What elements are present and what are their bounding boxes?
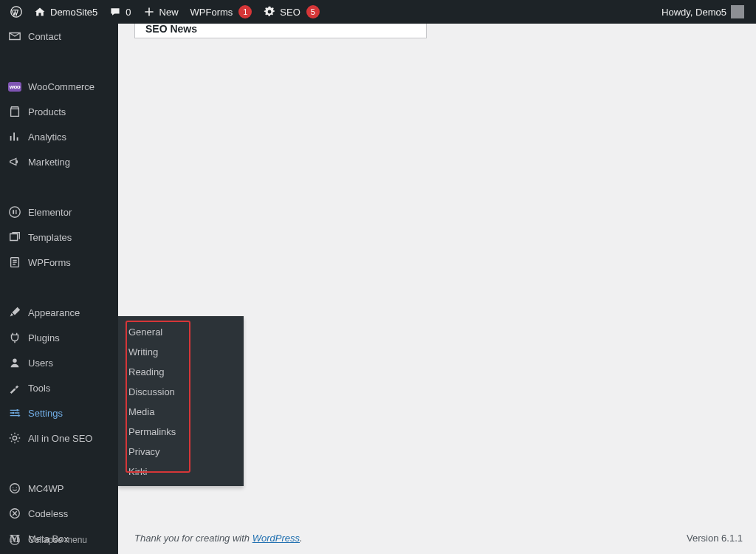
sidebar-separator: [0, 451, 118, 476]
sidebar-item-label: MC4WP: [28, 483, 63, 494]
elementor-icon: [7, 205, 22, 219]
seo-link[interactable]: SEO 5: [258, 0, 325, 24]
svg-point-8: [10, 484, 20, 493]
sidebar-item-mc4wp[interactable]: MC4WP: [0, 476, 118, 501]
sidebar-separator: [0, 174, 118, 199]
svg-point-10: [10, 536, 20, 545]
submenu-item-discussion[interactable]: Discussion: [118, 382, 244, 402]
submenu-item-media[interactable]: Media: [118, 402, 244, 422]
sidebar-item-label: Templates: [28, 232, 72, 243]
submenu-label: Discussion: [128, 386, 175, 397]
new-content-link[interactable]: New: [137, 0, 185, 24]
svg-point-1: [10, 207, 20, 217]
submenu-label: Reading: [128, 366, 164, 377]
form-icon: [7, 256, 22, 269]
settings-submenu: General Writing Reading Discussion Media…: [118, 316, 244, 486]
metabox-down-icon[interactable]: ˅: [396, 24, 403, 35]
codeless-icon: [7, 507, 22, 520]
svg-point-4: [16, 409, 18, 411]
submenu-item-general[interactable]: General: [118, 322, 244, 342]
submenu-label: Writing: [128, 346, 158, 358]
sidebar-item-label: Appearance: [28, 307, 80, 318]
sidebar-item-users[interactable]: Users: [0, 350, 118, 375]
user-icon: [7, 356, 22, 369]
new-label: New: [159, 7, 179, 18]
wrench-icon: [7, 381, 22, 394]
submenu-label: Privacy: [128, 446, 160, 457]
chart-icon: [7, 130, 22, 143]
sidebar-item-marketing[interactable]: Marketing: [0, 149, 118, 174]
submenu-label: General: [128, 326, 162, 338]
collapse-icon: [7, 533, 22, 547]
comments-link[interactable]: 0: [103, 0, 137, 24]
admin-toolbar: DemoSite5 0 New WPForms 1 SEO 5 Howdy: [0, 0, 756, 24]
sidebar-item-label: All in One SEO: [28, 433, 92, 444]
site-name-label: DemoSite5: [50, 7, 97, 18]
sidebar-item-woocommerce[interactable]: woo WooCommerce: [0, 74, 118, 99]
templates-icon: [7, 230, 22, 244]
sidebar-item-plugins[interactable]: Plugins: [0, 325, 118, 350]
svg-point-3: [13, 359, 16, 363]
sidebar-item-label: Analytics: [28, 131, 66, 143]
sidebar-item-analytics[interactable]: Analytics: [0, 124, 118, 149]
wp-logo[interactable]: [4, 0, 28, 24]
sidebar-item-label: Contact: [28, 31, 61, 42]
submenu-label: Media: [128, 406, 154, 417]
metabox-up-icon[interactable]: ˄: [381, 24, 388, 35]
sidebar-separator: [0, 275, 118, 300]
collapse-label: Collapse menu: [28, 535, 87, 545]
sidebar-item-settings[interactable]: Settings: [0, 400, 118, 425]
sidebar-item-label: Codeless: [28, 508, 68, 519]
comment-icon: [109, 6, 121, 18]
submenu-item-privacy[interactable]: Privacy: [118, 442, 244, 462]
sidebar-item-wpforms[interactable]: WPForms: [0, 250, 118, 275]
sidebar-item-label: Tools: [28, 383, 50, 394]
sidebar-item-templates[interactable]: Templates: [0, 225, 118, 250]
wpforms-link[interactable]: WPForms 1: [185, 0, 258, 24]
submenu-item-reading[interactable]: Reading: [118, 362, 244, 382]
sidebar-item-elementor[interactable]: Elementor: [0, 199, 118, 225]
collapse-menu-button[interactable]: Collapse menu: [0, 526, 118, 554]
metabox-toggle-icon[interactable]: ˅: [412, 24, 419, 35]
footer-thankyou: Thank you for creating with WordPress.: [134, 533, 303, 544]
seo-badge: 5: [306, 5, 320, 18]
footer-wordpress-link[interactable]: WordPress: [252, 533, 300, 544]
submenu-label: Permalinks: [128, 426, 176, 437]
sidebar-item-contact[interactable]: Contact: [0, 24, 118, 49]
brush-icon: [7, 306, 22, 319]
sidebar-item-aioseo[interactable]: All in One SEO: [0, 425, 118, 451]
sidebar-item-label: Users: [28, 358, 53, 369]
woocommerce-icon: woo: [7, 82, 22, 92]
mail-icon: [7, 30, 22, 43]
home-icon: [34, 6, 46, 18]
sidebar-item-codeless[interactable]: Codeless: [0, 501, 118, 526]
sidebar-item-label: Plugins: [28, 332, 60, 343]
howdy-label: Howdy, Demo5: [662, 7, 726, 18]
megaphone-icon: [7, 155, 22, 168]
submenu-item-permalinks[interactable]: Permalinks: [118, 422, 244, 442]
footer-thankyou-post: .: [300, 533, 303, 544]
wpforms-label: WPForms: [190, 7, 233, 18]
sidebar-item-appearance[interactable]: Appearance: [0, 300, 118, 325]
svg-point-6: [18, 414, 20, 417]
submenu-label: Kirki: [128, 466, 147, 477]
sidebar-item-label: WooCommerce: [28, 81, 94, 92]
metabox-title: SEO News: [145, 24, 197, 35]
avatar: [731, 5, 744, 18]
wordpress-icon: [10, 6, 22, 18]
sidebar-item-tools[interactable]: Tools: [0, 375, 118, 400]
site-name-link[interactable]: DemoSite5: [28, 0, 103, 24]
admin-sidebar: Contact woo WooCommerce Products Analyti…: [0, 24, 118, 554]
sliders-icon: [7, 406, 22, 420]
my-account-link[interactable]: Howdy, Demo5: [656, 0, 750, 24]
footer-thankyou-pre: Thank you for creating with: [134, 533, 252, 544]
sidebar-item-products[interactable]: Products: [0, 99, 118, 124]
submenu-item-writing[interactable]: Writing: [118, 342, 244, 362]
sidebar-item-label: Settings: [28, 408, 63, 419]
svg-point-5: [13, 412, 15, 414]
submenu-item-kirki[interactable]: Kirki: [118, 462, 244, 482]
wpforms-badge: 1: [238, 5, 252, 18]
seo-label: SEO: [280, 7, 300, 18]
products-icon: [7, 105, 22, 118]
sidebar-item-label: Marketing: [28, 157, 70, 168]
